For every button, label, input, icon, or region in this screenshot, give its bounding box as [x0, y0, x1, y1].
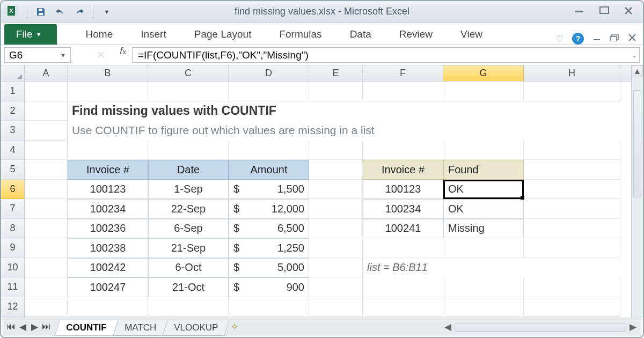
row-header[interactable]: 11: [1, 277, 24, 297]
cell[interactable]: [443, 141, 524, 160]
row-header[interactable]: 3: [1, 121, 24, 141]
tab-view[interactable]: View: [458, 25, 485, 45]
sheet-tab-active[interactable]: COUNTIF: [54, 320, 118, 336]
new-sheet-icon[interactable]: ✧: [231, 321, 238, 333]
row-header[interactable]: 9: [1, 238, 24, 258]
col-header-selected[interactable]: G: [443, 65, 524, 81]
sheet-tab[interactable]: VLOOKUP: [162, 320, 230, 336]
cell[interactable]: [443, 277, 524, 297]
scrollbar-thumb[interactable]: [633, 90, 641, 197]
tab-home[interactable]: Home: [84, 25, 115, 45]
fx-icon[interactable]: fx: [114, 45, 132, 65]
table-cell[interactable]: $5,000: [229, 258, 309, 278]
subtitle-cell[interactable]: Use COUNTIF to figure out which values a…: [68, 121, 497, 141]
redo-button[interactable]: [74, 6, 85, 18]
select-all-corner[interactable]: [1, 65, 24, 82]
table-cell[interactable]: $1,250: [229, 238, 309, 258]
table-cell[interactable]: 21-Oct: [148, 277, 229, 297]
formula-input[interactable]: =IF(COUNTIF(list,F6),"OK","Missing") ⌄: [132, 47, 640, 63]
row-header[interactable]: 2: [1, 101, 24, 121]
scrollbar-thumb[interactable]: [455, 323, 626, 332]
cell[interactable]: [229, 82, 309, 101]
help-icon[interactable]: ?: [572, 33, 584, 45]
cell[interactable]: [25, 199, 68, 219]
cell[interactable]: [25, 258, 68, 278]
table-cell[interactable]: $1,500: [229, 180, 309, 200]
minimize-button[interactable]: [573, 6, 585, 18]
cell[interactable]: [25, 277, 68, 297]
expand-formula-bar-icon[interactable]: ⌄: [632, 52, 637, 59]
cell[interactable]: [309, 141, 363, 160]
ribbon-close-icon[interactable]: [628, 33, 636, 44]
cell[interactable]: [148, 82, 229, 101]
cell[interactable]: [524, 219, 620, 239]
table-cell[interactable]: 1-Sep: [148, 180, 229, 200]
row-header[interactable]: 7: [1, 199, 24, 219]
cell[interactable]: [229, 297, 309, 317]
cell[interactable]: [443, 238, 524, 258]
cell[interactable]: [68, 82, 148, 101]
vertical-scrollbar[interactable]: ▲: [631, 65, 643, 318]
cell[interactable]: [524, 277, 620, 297]
cell[interactable]: [25, 297, 68, 317]
table-cell[interactable]: OK: [443, 199, 524, 219]
cell[interactable]: [25, 219, 68, 239]
cell[interactable]: [443, 82, 524, 101]
cell[interactable]: [68, 297, 148, 317]
cell[interactable]: [309, 277, 363, 297]
cell[interactable]: [309, 82, 363, 101]
table-cell[interactable]: 100247: [68, 277, 148, 297]
row-header[interactable]: 8: [1, 219, 24, 239]
first-sheet-icon[interactable]: ⏮: [5, 321, 16, 333]
ribbon-restore-icon[interactable]: [610, 34, 619, 43]
row-header[interactable]: 4: [1, 141, 24, 160]
cell[interactable]: [363, 297, 443, 317]
table-cell[interactable]: 100236: [68, 219, 148, 239]
undo-button[interactable]: [54, 6, 66, 18]
cell[interactable]: [229, 141, 309, 160]
title-cell[interactable]: Find missing values with COUNTIF: [68, 101, 443, 121]
table-header[interactable]: Found: [443, 160, 524, 180]
table-cell[interactable]: $6,500: [229, 219, 309, 239]
row-header-selected[interactable]: 6: [1, 180, 24, 200]
cell[interactable]: [309, 160, 363, 180]
cell[interactable]: [363, 82, 443, 101]
scroll-left-icon[interactable]: ◀: [444, 321, 451, 333]
cell[interactable]: [25, 121, 68, 141]
table-cell[interactable]: 21-Sep: [148, 238, 229, 258]
table-cell[interactable]: 100241: [363, 219, 443, 239]
tab-formulas[interactable]: Formulas: [277, 25, 324, 45]
col-header[interactable]: C: [148, 65, 229, 81]
file-tab[interactable]: File ▼: [4, 24, 57, 45]
cells-area[interactable]: Find missing values with COUNTIF Use COU…: [25, 82, 631, 317]
prev-sheet-icon[interactable]: ◀: [17, 321, 28, 333]
table-header[interactable]: Invoice #: [363, 160, 443, 180]
tab-data[interactable]: Data: [348, 25, 374, 45]
cell[interactable]: [363, 277, 443, 297]
row-header[interactable]: 5: [1, 160, 24, 180]
table-cell[interactable]: 100234: [363, 199, 443, 219]
table-cell[interactable]: 100234: [68, 199, 148, 219]
cell[interactable]: [309, 238, 363, 258]
customize-qat-dropdown[interactable]: ▼: [101, 6, 113, 18]
close-button[interactable]: [624, 6, 633, 18]
cell[interactable]: [25, 160, 68, 180]
horizontal-scrollbar[interactable]: ◀ ▶: [444, 321, 636, 333]
table-cell[interactable]: 6-Oct: [148, 258, 229, 278]
note-cell[interactable]: list = B6:B11: [363, 258, 524, 278]
cell[interactable]: [363, 141, 443, 160]
col-header[interactable]: F: [363, 65, 443, 81]
col-header[interactable]: H: [524, 65, 620, 81]
cell[interactable]: [443, 297, 524, 317]
table-cell[interactable]: 100123: [363, 180, 443, 200]
cell[interactable]: [148, 297, 229, 317]
cell[interactable]: [524, 160, 620, 180]
cell[interactable]: [25, 238, 68, 258]
next-sheet-icon[interactable]: ▶: [29, 321, 40, 333]
table-cell[interactable]: 100238: [68, 238, 148, 258]
cell[interactable]: [309, 258, 363, 278]
col-header[interactable]: D: [229, 65, 309, 81]
table-cell[interactable]: Missing: [443, 219, 524, 239]
table-header[interactable]: Date: [148, 160, 229, 180]
sheet-tab[interactable]: MATCH: [113, 320, 168, 336]
